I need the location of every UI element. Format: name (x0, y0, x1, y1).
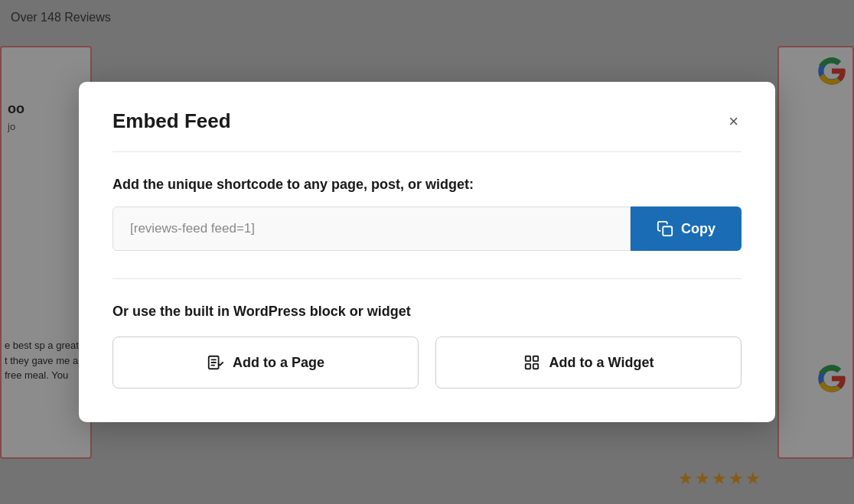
modal-title: Embed Feed (112, 109, 231, 133)
copy-button[interactable]: Copy (631, 206, 742, 251)
widget-label: Or use the built in WordPress block or w… (112, 304, 742, 320)
widget-buttons: Add to a Page Add to a Widget (112, 337, 742, 389)
section-divider (112, 278, 742, 279)
svg-rect-7 (525, 364, 530, 369)
page-icon (207, 354, 223, 371)
embed-feed-modal: Embed Feed × Add the unique shortcode to… (79, 82, 775, 422)
shortcode-input[interactable] (112, 206, 631, 251)
svg-rect-6 (533, 356, 537, 361)
modal-header: Embed Feed × (112, 109, 742, 152)
add-to-page-label: Add to a Page (233, 355, 324, 371)
copy-button-label: Copy (681, 221, 715, 237)
shortcode-row: Copy (112, 206, 742, 251)
add-to-widget-label: Add to a Widget (549, 355, 654, 371)
close-button[interactable]: × (725, 110, 742, 133)
svg-rect-5 (525, 356, 530, 361)
add-to-widget-button[interactable]: Add to a Widget (435, 337, 742, 389)
svg-rect-0 (663, 226, 672, 236)
add-to-page-button[interactable]: Add to a Page (112, 337, 419, 389)
shortcode-label: Add the unique shortcode to any page, po… (112, 177, 742, 193)
svg-rect-8 (533, 364, 537, 369)
widget-icon (523, 354, 540, 371)
copy-icon (657, 220, 673, 237)
modal-overlay: Embed Feed × Add the unique shortcode to… (0, 0, 854, 504)
close-icon: × (729, 113, 738, 130)
